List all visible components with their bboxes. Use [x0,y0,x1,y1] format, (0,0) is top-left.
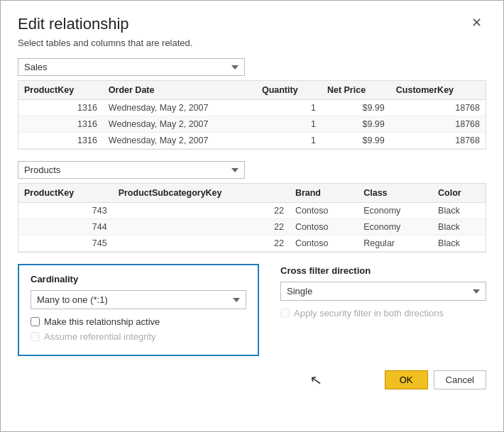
table1-cell: 1316 [18,133,103,149]
table2-cell: Contoso [290,219,358,236]
table2-cell: 745 [18,236,113,252]
dialog-title: Edit relationship [18,15,129,33]
table1-wrapper: ProductKey Order Date Quantity Net Price… [18,80,486,150]
edit-relationship-dialog: Edit relationship ✕ Select tables and co… [0,0,504,432]
security-row: Apply security filter in both directions [280,308,486,319]
table2-cell: 743 [18,203,113,219]
table1-col-customerkey: CustomerKey [390,81,486,100]
security-filter-checkbox [280,309,290,318]
table2-cell: 22 [113,236,290,252]
cross-filter-select[interactable]: SingleBoth [280,282,486,301]
table2-dropdown[interactable]: Products [18,161,245,179]
table2-cell: Black [432,219,486,236]
table-row: 74522ContosoRegularBlack [18,236,486,252]
table2-cell: Black [432,203,486,219]
dialog-title-bar: Edit relationship ✕ [18,15,486,33]
table1-cell: 18768 [390,133,486,149]
table1-cell: $9.99 [322,133,390,149]
make-active-checkbox[interactable] [31,317,40,326]
table1-cell: 1 [256,116,322,133]
table1-cell: Wednesday, May 2, 2007 [103,116,256,133]
table-row: 1316Wednesday, May 2, 20071$9.9918768 [18,100,486,116]
table-row: 1316Wednesday, May 2, 20071$9.9918768 [18,133,486,149]
assume-integrity-label: Assume referential integrity [44,331,156,342]
table1-cell: Wednesday, May 2, 2007 [103,133,256,149]
ok-button[interactable]: OK [385,370,428,389]
table1-cell: 18768 [390,116,486,133]
table1-cell: Wednesday, May 2, 2007 [103,100,256,116]
table1-cell: 18768 [390,100,486,116]
table2-cell: Black [432,236,486,252]
table2-col-subcategorykey: ProductSubcategoryKey [113,184,290,203]
cardinality-select[interactable]: Many to one (*:1)One to one (1:1)One to … [31,290,246,309]
dialog-subtitle: Select tables and columns that are relat… [18,38,486,48]
table1-col-netprice: Net Price [322,81,390,100]
cross-select-wrap: SingleBoth [280,282,486,301]
make-active-row: Make this relationship active [31,316,246,327]
table1-col-orderdate: Order Date [103,81,256,100]
dialog-footer: ↖ OK Cancel [18,370,486,389]
table2-header-row: ProductKey ProductSubcategoryKey Brand C… [18,184,486,203]
table2-cell: Economy [358,203,432,219]
table1-cell: 1 [256,133,322,149]
table1-cell: 1316 [18,100,103,116]
cancel-button[interactable]: Cancel [434,370,486,389]
table1-header-row: ProductKey Order Date Quantity Net Price… [18,81,486,100]
table2-cell: Economy [358,219,432,236]
table1-cell: $9.99 [322,116,390,133]
table2-col-color: Color [432,184,486,203]
bottom-section: Cardinality Many to one (*:1)One to one … [18,264,486,356]
table1-dropdown[interactable]: Sales [18,58,245,76]
table2-cell: Contoso [290,236,358,252]
table2-cell: 22 [113,219,290,236]
table2-col-productkey: ProductKey [18,184,113,203]
table-row: 74422ContosoEconomyBlack [18,219,486,236]
cross-filter-section: Cross filter direction SingleBoth Apply … [280,264,486,356]
table1-cell: $9.99 [322,100,390,116]
cross-filter-label: Cross filter direction [280,265,486,276]
assume-integrity-checkbox [31,332,40,341]
table1: ProductKey Order Date Quantity Net Price… [18,81,486,149]
table2-col-brand: Brand [290,184,358,203]
table1-cell: 1316 [18,116,103,133]
table1-col-quantity: Quantity [256,81,322,100]
make-active-label: Make this relationship active [44,316,160,327]
table-row: 1316Wednesday, May 2, 20071$9.9918768 [18,116,486,133]
table1-dropdown-row: Sales [18,58,486,76]
table2-cell: Regular [358,236,432,252]
table2-cell: 744 [18,219,113,236]
table2-dropdown-row: Products [18,161,486,179]
table-row: 74322ContosoEconomyBlack [18,203,486,219]
table2-cell: Contoso [290,203,358,219]
table2-col-class: Class [358,184,432,203]
assume-integrity-row: Assume referential integrity [31,331,246,342]
table2: ProductKey ProductSubcategoryKey Brand C… [18,184,486,252]
table1-col-productkey: ProductKey [18,81,103,100]
cardinality-label: Cardinality [31,274,246,284]
table2-cell: 22 [113,203,290,219]
table2-wrapper: ProductKey ProductSubcategoryKey Brand C… [18,183,486,253]
security-filter-label: Apply security filter in both directions [294,308,444,319]
cardinality-select-wrap: Many to one (*:1)One to one (1:1)One to … [31,290,246,309]
cursor-area: ↖ [18,372,379,389]
cursor-icon: ↖ [309,370,324,389]
close-button[interactable]: ✕ [467,15,486,31]
cardinality-box: Cardinality Many to one (*:1)One to one … [18,264,259,356]
table1-cell: 1 [256,100,322,116]
